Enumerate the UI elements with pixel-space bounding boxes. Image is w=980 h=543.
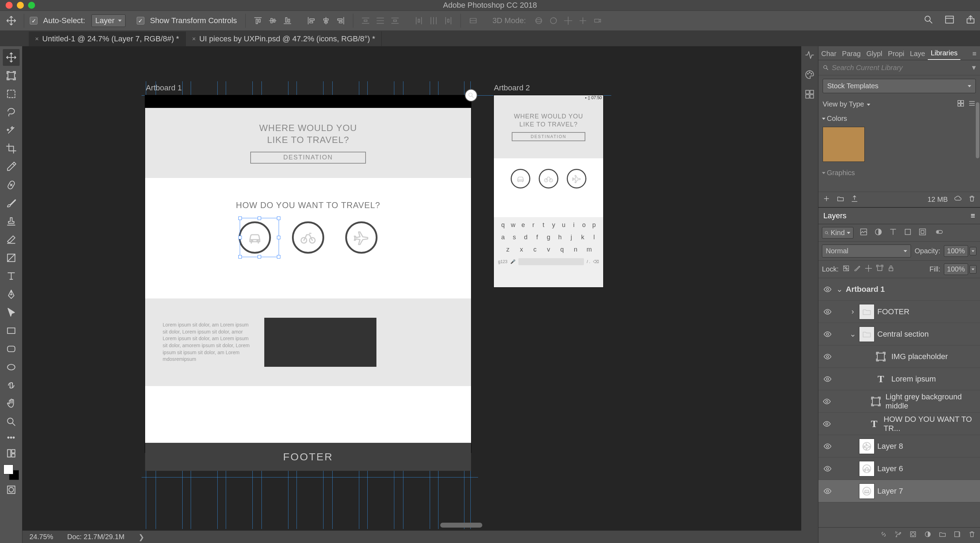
layer-row[interactable]: Layer 6: [818, 457, 980, 480]
brush-tool[interactable]: [3, 195, 20, 211]
artboard-1[interactable]: WHERE WOULD YOU LIKE TO TRAVEL? DESTINAT…: [145, 95, 471, 452]
add-group-icon[interactable]: [939, 530, 947, 540]
delete-layer-icon[interactable]: [968, 530, 976, 540]
layer-style-icon[interactable]: fx: [894, 530, 902, 540]
rounded-rect-tool[interactable]: [3, 340, 20, 357]
grid-view-icon[interactable]: [957, 100, 964, 109]
lock-position-icon[interactable]: [865, 265, 872, 274]
arrange-docs-icon[interactable]: [944, 14, 955, 27]
doc-tab-2[interactable]: × UI pieces by UXPin.psd @ 47.2% (icons,…: [186, 32, 382, 46]
visibility-eye-icon[interactable]: [822, 352, 833, 361]
align-top-icon[interactable]: [251, 15, 265, 27]
panel-tab-char[interactable]: Char: [818, 48, 839, 60]
healing-brush-tool[interactable]: [3, 176, 20, 194]
lock-artboard-icon[interactable]: [876, 265, 884, 274]
swatches-panel-icon[interactable]: [804, 89, 815, 102]
handle-tm[interactable]: [258, 216, 261, 220]
lock-transparent-icon[interactable]: [842, 265, 850, 274]
move-tool-icon[interactable]: [4, 14, 18, 28]
graphics-section-header[interactable]: Graphics: [818, 166, 980, 180]
close-tab-icon[interactable]: ×: [35, 35, 39, 43]
edit-toolbar-icon[interactable]: [3, 445, 20, 462]
distribute-vcenter-icon[interactable]: [374, 15, 387, 27]
magnify-icon[interactable]: [465, 89, 477, 102]
add-adjustment-icon[interactable]: [924, 530, 932, 540]
filter-type-icon[interactable]: [889, 227, 897, 238]
visibility-eye-icon[interactable]: [822, 487, 833, 495]
layer-row[interactable]: THOW DO YOU WANT TO TR...: [818, 413, 980, 435]
move-tool[interactable]: [3, 49, 20, 66]
library-selector[interactable]: Stock Templates: [822, 79, 976, 93]
layer-row[interactable]: Layer 8: [818, 435, 980, 457]
filter-smart-icon[interactable]: [918, 227, 927, 238]
new-layer-icon[interactable]: [953, 530, 961, 540]
layer-row[interactable]: ⌄Artboard 1: [818, 278, 980, 300]
visibility-eye-icon[interactable]: [822, 330, 833, 338]
artboard-2-label[interactable]: Artboard 2: [494, 83, 530, 92]
cloud-sync-icon[interactable]: [954, 195, 962, 204]
share-icon[interactable]: [965, 14, 976, 27]
ellipse-tool[interactable]: [3, 359, 20, 376]
zoom-tool[interactable]: [3, 413, 20, 430]
eyedropper-tool[interactable]: [3, 158, 20, 175]
crop-tool[interactable]: [3, 140, 20, 157]
filter-pixel-icon[interactable]: [859, 227, 868, 238]
lock-pixels-icon[interactable]: [853, 265, 861, 274]
fill-input[interactable]: 100%: [944, 264, 977, 275]
color-swatch[interactable]: [822, 127, 865, 162]
align-hcenter-icon[interactable]: [319, 15, 332, 27]
align-left-icon[interactable]: [305, 15, 318, 27]
layer-row[interactable]: Layer 7: [818, 480, 980, 502]
auto-align-icon[interactable]: [466, 15, 480, 27]
panel-tab-prop[interactable]: Propi: [885, 48, 907, 60]
list-view-icon[interactable]: [968, 100, 976, 109]
rectangle-tool[interactable]: [3, 322, 20, 339]
lasso-tool[interactable]: [3, 104, 20, 121]
visibility-eye-icon[interactable]: [822, 442, 833, 451]
view-by-dropdown[interactable]: View by Type: [822, 100, 870, 108]
handle-tl[interactable]: [238, 216, 242, 220]
blend-mode-dropdown[interactable]: Normal: [822, 245, 911, 257]
handle-bm[interactable]: [258, 255, 261, 259]
search-scope-dropdown-icon[interactable]: ▾: [972, 63, 976, 72]
custom-shape-tool[interactable]: [3, 377, 20, 394]
lock-all-icon[interactable]: [887, 265, 895, 274]
distribute-right-icon[interactable]: [442, 15, 455, 27]
visibility-eye-icon[interactable]: [822, 285, 833, 294]
visibility-eye-icon[interactable]: [822, 375, 833, 383]
filter-toggle-icon[interactable]: [935, 227, 944, 238]
layer-row[interactable]: IMG placeholder: [818, 345, 980, 368]
add-mask-icon[interactable]: [909, 530, 917, 540]
color-swatches[interactable]: [3, 465, 19, 480]
eraser-tool[interactable]: [3, 231, 20, 248]
handle-mr[interactable]: [277, 236, 280, 239]
distribute-bottom-icon[interactable]: [388, 15, 402, 27]
more-tools-icon[interactable]: •••: [7, 433, 15, 442]
align-right-icon[interactable]: [334, 15, 347, 27]
doc-tab-1[interactable]: × Untitled-1 @ 24.7% (Layer 7, RGB/8#) *: [29, 32, 186, 46]
panel-tab-parag[interactable]: Parag: [839, 48, 863, 60]
add-folder-icon[interactable]: [837, 195, 844, 204]
distribute-hcenter-icon[interactable]: [427, 15, 440, 27]
maximize-window-icon[interactable]: [28, 2, 35, 9]
handle-br[interactable]: [277, 255, 280, 259]
filter-shape-icon[interactable]: [903, 227, 912, 238]
type-tool[interactable]: [3, 268, 20, 284]
panel-tab-layer[interactable]: Laye: [907, 48, 928, 60]
artboard-2[interactable]: ▪ ▯ 07:50 WHERE WOULD YOU LIKE TO TRAVEL…: [494, 95, 603, 287]
artboard-tool[interactable]: [3, 67, 20, 84]
panel-tab-glyph[interactable]: Glypl: [864, 48, 885, 60]
show-transform-checkbox[interactable]: [137, 17, 145, 24]
layer-list[interactable]: ⌄Artboard 1›FOOTER⌄Central sectionIMG pl…: [818, 278, 980, 527]
layer-row[interactable]: ⌄Central section: [818, 323, 980, 345]
doc-size[interactable]: Doc: 21.7M/29.1M: [67, 533, 124, 541]
canvas-area[interactable]: Artboard 1 Artboard 2 WHERE WOULD YOU LI…: [22, 46, 801, 543]
visibility-eye-icon[interactable]: [822, 465, 833, 473]
auto-select-checkbox[interactable]: [30, 17, 38, 24]
visibility-eye-icon[interactable]: [822, 308, 833, 316]
library-scrollbar[interactable]: [975, 102, 980, 207]
distribute-top-icon[interactable]: [359, 15, 372, 27]
hand-tool[interactable]: [3, 395, 20, 412]
stamp-tool[interactable]: [3, 213, 20, 230]
path-select-tool[interactable]: [3, 304, 20, 321]
